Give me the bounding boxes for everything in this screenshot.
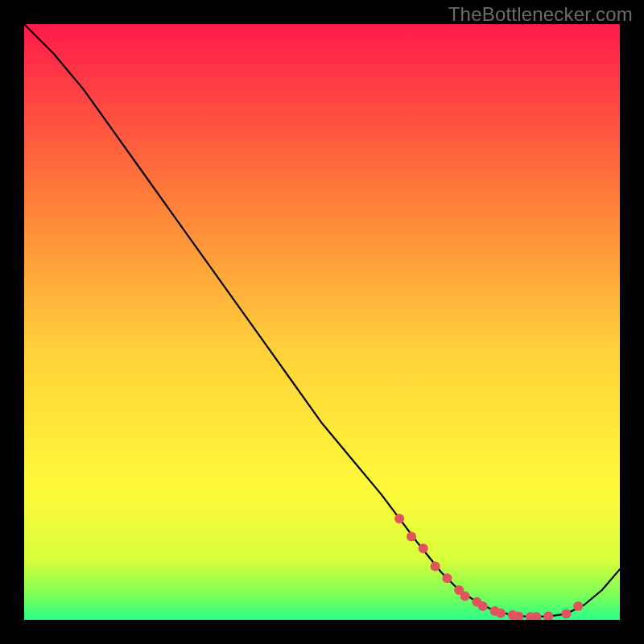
curve-marker bbox=[442, 573, 452, 583]
curve-marker bbox=[496, 609, 506, 618]
curve-marker bbox=[419, 543, 428, 553]
curve-marker bbox=[431, 561, 440, 571]
curve-marker bbox=[573, 601, 583, 611]
curve-marker bbox=[407, 531, 416, 541]
gradient-background bbox=[24, 24, 620, 620]
curve-marker bbox=[561, 609, 571, 619]
bottleneck-plot bbox=[24, 24, 620, 620]
chart-frame: TheBottlenecker.com bbox=[0, 0, 644, 644]
curve-marker bbox=[460, 591, 470, 601]
curve-marker bbox=[394, 514, 404, 523]
attribution-label: TheBottlenecker.com bbox=[448, 3, 633, 26]
curve-marker bbox=[478, 601, 488, 611]
